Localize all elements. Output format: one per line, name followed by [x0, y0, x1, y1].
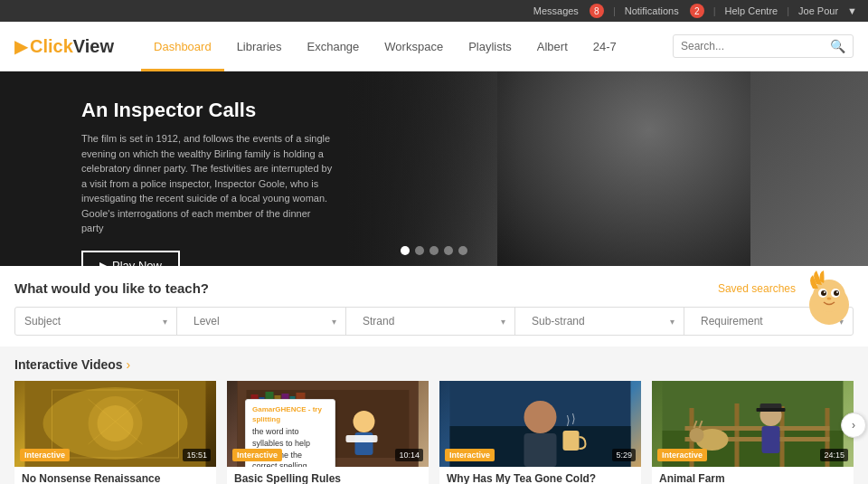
filter-substrand-label: Sub-strand [532, 315, 585, 327]
nav-albert[interactable]: Albert [524, 22, 580, 71]
svg-marker-5 [624, 162, 646, 266]
section-title: Interactive Videos [14, 357, 123, 372]
video-title-4: Animal Farm [659, 472, 846, 484]
badge-interactive-3: Interactive [445, 449, 495, 461]
svg-point-7 [631, 105, 689, 174]
filter-subject[interactable]: Subject ▾ [15, 308, 177, 335]
user-menu[interactable]: Joe Pour [798, 5, 838, 16]
hero-dots [401, 246, 467, 255]
main-nav: Dashboard Libraries Exchange Workspace P… [141, 22, 673, 71]
svg-point-25 [836, 291, 838, 293]
video-thumb-4: Interactive 24:15 [652, 381, 854, 467]
svg-point-44 [354, 411, 375, 432]
video-info-3: Why Has My Tea Gone Cold? Series: Physic… [439, 467, 641, 484]
svg-point-10 [665, 131, 674, 142]
search-box[interactable]: 🔍 [673, 34, 854, 58]
svg-rect-46 [346, 435, 378, 442]
svg-marker-4 [656, 166, 665, 185]
svg-point-49 [524, 401, 557, 433]
carousel-next-button[interactable]: › [841, 413, 866, 438]
saved-searches-link[interactable]: Saved searches [718, 282, 796, 295]
video-card-4[interactable]: Interactive 24:15 Animal Farm [652, 381, 854, 484]
badge-duration-1: 15:51 [183, 449, 211, 461]
filter-strand-label: Strand [363, 315, 394, 327]
top-bar: Messages 8 | Notifications 2 | Help Cent… [0, 0, 868, 22]
logo[interactable]: ▶ ClickView [14, 35, 114, 57]
svg-point-24 [824, 291, 826, 293]
search-input[interactable] [681, 40, 830, 52]
video-thumb-2: GamarGHENCE - try splitting the word int… [227, 381, 429, 467]
svg-point-12 [666, 133, 672, 139]
svg-point-17 [692, 157, 737, 194]
nav-dashboard[interactable]: Dashboard [141, 22, 224, 71]
filter-strand[interactable]: Strand ▾ [354, 308, 515, 335]
video-thumb-1: Interactive 15:51 [14, 381, 216, 467]
logo-text: ClickView [30, 36, 114, 57]
teach-section: What would you like to teach? Saved sear… [0, 266, 868, 346]
nav-libraries[interactable]: Libraries [224, 22, 295, 71]
svg-rect-63 [762, 426, 780, 453]
messages-link[interactable]: Messages [533, 5, 579, 16]
dot-5[interactable] [458, 246, 467, 255]
badge-duration-2: 10:14 [395, 449, 423, 461]
nav-247[interactable]: 24-7 [580, 22, 629, 71]
video-title-1: No Nonsense Renaissance [22, 472, 209, 484]
filter-bar: Subject ▾ Level ▾ Strand ▾ Sub-strand ▾ … [14, 307, 854, 336]
video-card-2[interactable]: GamarGHENCE - try splitting the word int… [227, 381, 429, 484]
svg-rect-13 [656, 162, 664, 166]
filter-strand-arrow: ▾ [501, 317, 505, 327]
mascot-image [800, 270, 859, 329]
filter-level-arrow: ▾ [332, 317, 336, 327]
videos-section: Interactive Videos › [0, 346, 868, 484]
svg-point-23 [834, 290, 839, 296]
badge-interactive-4: Interactive [657, 449, 707, 461]
svg-rect-2 [624, 162, 696, 266]
svg-point-65 [690, 428, 704, 442]
video-card-3[interactable]: Interactive 5:29 Why Has My Tea Gone Col… [439, 381, 641, 484]
svg-rect-62 [757, 408, 786, 412]
section-expand-icon[interactable]: › [127, 357, 131, 372]
tooltip-header: GamarGHENCE - try splitting [252, 404, 328, 424]
hero-figure [497, 71, 750, 266]
svg-rect-50 [524, 433, 557, 467]
search-icon: 🔍 [830, 39, 845, 53]
svg-rect-16 [701, 166, 719, 171]
video-grid: Interactive 15:51 No Nonsense Renaissanc… [14, 381, 854, 484]
video-info-2: Basic Spelling Rules Series: Bertram Pop… [227, 467, 429, 484]
svg-point-22 [821, 290, 826, 296]
play-now-button[interactable]: ▶ Play Now [81, 251, 180, 267]
video-info-4: Animal Farm [652, 467, 854, 484]
filter-substrand[interactable]: Sub-strand ▾ [523, 308, 684, 335]
dot-1[interactable] [401, 246, 410, 255]
separator-3: | [787, 5, 789, 16]
dot-4[interactable] [444, 246, 453, 255]
user-dropdown-arrow[interactable]: ▼ [847, 5, 857, 16]
nav-exchange[interactable]: Exchange [295, 22, 373, 71]
hero-description: The film is set in 1912, and follows the… [81, 131, 335, 236]
filter-level-label: Level [193, 315, 220, 327]
badge-duration-4: 24:15 [820, 449, 848, 461]
hero-image [497, 71, 750, 266]
video-card-1[interactable]: Interactive 15:51 No Nonsense Renaissanc… [14, 381, 216, 484]
help-link[interactable]: Help Centre [725, 5, 778, 16]
filter-subject-arrow: ▾ [163, 317, 167, 327]
video-title-3: Why Has My Tea Gone Cold? [447, 472, 634, 484]
notifications-link[interactable]: Notifications [625, 5, 679, 16]
svg-rect-0 [497, 71, 750, 266]
mascot [800, 270, 859, 329]
header: ▶ ClickView Dashboard Libraries Exchange… [0, 22, 868, 71]
filter-level[interactable]: Level ▾ [184, 308, 346, 335]
dot-2[interactable] [415, 246, 424, 255]
svg-rect-3 [654, 162, 666, 216]
svg-point-31 [98, 405, 134, 441]
svg-point-11 [648, 133, 654, 139]
nav-workspace[interactable]: Workspace [372, 22, 456, 71]
video-title-2: Basic Spelling Rules [234, 472, 421, 484]
section-header: Interactive Videos › [14, 357, 854, 372]
dot-3[interactable] [429, 246, 439, 255]
messages-badge: 8 [590, 4, 604, 18]
badge-duration-3: 5:29 [612, 449, 636, 461]
nav-playlists[interactable]: Playlists [456, 22, 524, 71]
svg-marker-15 [696, 171, 723, 189]
filter-substrand-arrow: ▾ [670, 317, 675, 327]
